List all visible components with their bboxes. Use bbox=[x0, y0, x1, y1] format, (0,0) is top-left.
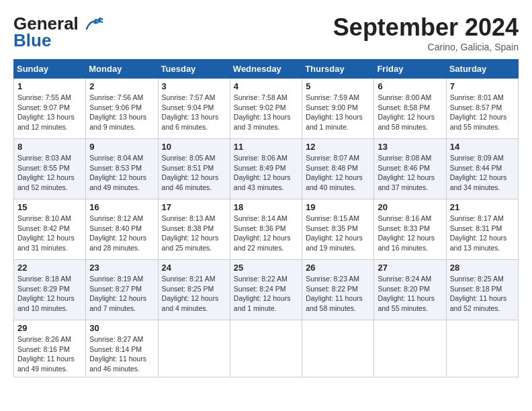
day-info: Sunrise: 8:06 AMSunset: 8:49 PMDaylight:… bbox=[234, 154, 291, 191]
calendar-cell: 24 Sunrise: 8:21 AMSunset: 8:25 PMDaylig… bbox=[158, 260, 230, 320]
day-number: 3 bbox=[162, 81, 226, 91]
day-number: 10 bbox=[162, 142, 226, 152]
calendar-header-row: SundayMondayTuesdayWednesdayThursdayFrid… bbox=[14, 60, 519, 79]
calendar-header-saturday: Saturday bbox=[446, 60, 518, 79]
calendar-cell: 25 Sunrise: 8:22 AMSunset: 8:24 PMDaylig… bbox=[230, 260, 302, 320]
calendar-cell bbox=[158, 320, 230, 377]
calendar-cell: 26 Sunrise: 8:23 AMSunset: 8:22 PMDaylig… bbox=[302, 260, 374, 320]
day-number: 29 bbox=[17, 323, 82, 333]
day-number: 23 bbox=[89, 263, 154, 273]
calendar-cell: 18 Sunrise: 8:14 AMSunset: 8:36 PMDaylig… bbox=[230, 199, 302, 260]
calendar-header-tuesday: Tuesday bbox=[158, 60, 230, 79]
calendar-cell: 1 Sunrise: 7:55 AMSunset: 9:07 PMDayligh… bbox=[14, 79, 86, 139]
calendar-cell: 8 Sunrise: 8:03 AMSunset: 8:55 PMDayligh… bbox=[14, 139, 86, 199]
day-info: Sunrise: 8:05 AMSunset: 8:51 PMDaylight:… bbox=[162, 154, 219, 191]
day-info: Sunrise: 8:10 AMSunset: 8:42 PMDaylight:… bbox=[17, 214, 75, 252]
calendar-cell bbox=[302, 320, 374, 377]
day-info: Sunrise: 8:25 AMSunset: 8:18 PMDaylight:… bbox=[450, 275, 507, 312]
day-number: 20 bbox=[378, 202, 442, 212]
day-number: 30 bbox=[89, 323, 154, 333]
day-number: 24 bbox=[162, 263, 226, 273]
calendar-cell bbox=[374, 320, 446, 377]
day-info: Sunrise: 8:16 AMSunset: 8:33 PMDaylight:… bbox=[378, 214, 435, 252]
day-number: 5 bbox=[306, 81, 370, 91]
calendar-cell: 6 Sunrise: 8:00 AMSunset: 8:58 PMDayligh… bbox=[374, 79, 446, 139]
logo-bird-icon bbox=[81, 17, 103, 32]
day-number: 25 bbox=[234, 263, 298, 273]
day-info: Sunrise: 8:24 AMSunset: 8:20 PMDaylight:… bbox=[378, 275, 435, 312]
day-info: Sunrise: 8:12 AMSunset: 8:40 PMDaylight:… bbox=[89, 214, 146, 252]
day-info: Sunrise: 7:56 AMSunset: 9:06 PMDaylight:… bbox=[89, 93, 146, 131]
calendar-cell bbox=[230, 320, 302, 377]
day-info: Sunrise: 8:21 AMSunset: 8:25 PMDaylight:… bbox=[162, 275, 219, 312]
calendar-cell: 13 Sunrise: 8:08 AMSunset: 8:46 PMDaylig… bbox=[374, 139, 446, 199]
day-number: 21 bbox=[450, 202, 515, 212]
calendar-header-monday: Monday bbox=[86, 60, 158, 79]
calendar-table: SundayMondayTuesdayWednesdayThursdayFrid… bbox=[13, 59, 519, 377]
day-number: 13 bbox=[378, 142, 442, 152]
day-number: 9 bbox=[89, 142, 154, 152]
day-info: Sunrise: 8:15 AMSunset: 8:35 PMDaylight:… bbox=[306, 214, 363, 252]
calendar-cell: 20 Sunrise: 8:16 AMSunset: 8:33 PMDaylig… bbox=[374, 199, 446, 260]
calendar-cell: 21 Sunrise: 8:17 AMSunset: 8:31 PMDaylig… bbox=[446, 199, 518, 260]
calendar-cell: 7 Sunrise: 8:01 AMSunset: 8:57 PMDayligh… bbox=[446, 79, 518, 139]
day-number: 1 bbox=[17, 81, 82, 91]
day-info: Sunrise: 8:14 AMSunset: 8:36 PMDaylight:… bbox=[234, 214, 291, 252]
day-number: 22 bbox=[17, 263, 82, 273]
day-number: 28 bbox=[450, 263, 515, 273]
calendar-cell: 9 Sunrise: 8:04 AMSunset: 8:53 PMDayligh… bbox=[86, 139, 158, 199]
day-info: Sunrise: 8:22 AMSunset: 8:24 PMDaylight:… bbox=[234, 275, 291, 312]
calendar-header-friday: Friday bbox=[374, 60, 446, 79]
calendar-cell: 30 Sunrise: 8:27 AMSunset: 8:14 PMDaylig… bbox=[86, 320, 158, 377]
day-info: Sunrise: 8:00 AMSunset: 8:58 PMDaylight:… bbox=[378, 93, 435, 131]
calendar-body: 1 Sunrise: 7:55 AMSunset: 9:07 PMDayligh… bbox=[14, 79, 519, 377]
calendar-cell: 23 Sunrise: 8:19 AMSunset: 8:27 PMDaylig… bbox=[86, 260, 158, 320]
calendar-cell: 2 Sunrise: 7:56 AMSunset: 9:06 PMDayligh… bbox=[86, 79, 158, 139]
day-number: 17 bbox=[162, 202, 226, 212]
calendar-header-wednesday: Wednesday bbox=[230, 60, 302, 79]
day-number: 18 bbox=[234, 202, 298, 212]
calendar-cell: 4 Sunrise: 7:58 AMSunset: 9:02 PMDayligh… bbox=[230, 79, 302, 139]
calendar-cell: 27 Sunrise: 8:24 AMSunset: 8:20 PMDaylig… bbox=[374, 260, 446, 320]
calendar-cell: 15 Sunrise: 8:10 AMSunset: 8:42 PMDaylig… bbox=[14, 199, 86, 260]
day-info: Sunrise: 7:55 AMSunset: 9:07 PMDaylight:… bbox=[17, 93, 75, 131]
day-number: 4 bbox=[234, 81, 298, 91]
calendar-cell: 16 Sunrise: 8:12 AMSunset: 8:40 PMDaylig… bbox=[86, 199, 158, 260]
calendar-cell: 29 Sunrise: 8:26 AMSunset: 8:16 PMDaylig… bbox=[14, 320, 86, 377]
calendar-week-row: 22 Sunrise: 8:18 AMSunset: 8:29 PMDaylig… bbox=[14, 260, 519, 320]
calendar-cell: 3 Sunrise: 7:57 AMSunset: 9:04 PMDayligh… bbox=[158, 79, 230, 139]
day-info: Sunrise: 7:59 AMSunset: 9:00 PMDaylight:… bbox=[306, 93, 363, 131]
day-info: Sunrise: 8:07 AMSunset: 8:48 PMDaylight:… bbox=[306, 154, 363, 191]
calendar-cell: 19 Sunrise: 8:15 AMSunset: 8:35 PMDaylig… bbox=[302, 199, 374, 260]
calendar-cell: 10 Sunrise: 8:05 AMSunset: 8:51 PMDaylig… bbox=[158, 139, 230, 199]
day-number: 12 bbox=[306, 142, 370, 152]
day-number: 7 bbox=[450, 81, 515, 91]
day-info: Sunrise: 8:27 AMSunset: 8:14 PMDaylight:… bbox=[89, 335, 146, 373]
logo-blue: Blue bbox=[13, 30, 51, 51]
calendar-cell bbox=[446, 320, 518, 377]
day-info: Sunrise: 8:04 AMSunset: 8:53 PMDaylight:… bbox=[89, 154, 146, 191]
calendar-cell: 14 Sunrise: 8:09 AMSunset: 8:44 PMDaylig… bbox=[446, 139, 518, 199]
day-info: Sunrise: 8:26 AMSunset: 8:16 PMDaylight:… bbox=[17, 335, 75, 373]
calendar-cell: 28 Sunrise: 8:25 AMSunset: 8:18 PMDaylig… bbox=[446, 260, 518, 320]
day-number: 6 bbox=[378, 81, 442, 91]
day-number: 15 bbox=[17, 202, 82, 212]
day-number: 14 bbox=[450, 142, 515, 152]
day-number: 2 bbox=[89, 81, 154, 91]
calendar-week-row: 29 Sunrise: 8:26 AMSunset: 8:16 PMDaylig… bbox=[14, 320, 519, 377]
calendar-cell: 11 Sunrise: 8:06 AMSunset: 8:49 PMDaylig… bbox=[230, 139, 302, 199]
day-info: Sunrise: 8:23 AMSunset: 8:22 PMDaylight:… bbox=[306, 275, 363, 312]
calendar-week-row: 8 Sunrise: 8:03 AMSunset: 8:55 PMDayligh… bbox=[14, 139, 519, 199]
day-info: Sunrise: 8:13 AMSunset: 8:38 PMDaylight:… bbox=[162, 214, 219, 252]
calendar-cell: 17 Sunrise: 8:13 AMSunset: 8:38 PMDaylig… bbox=[158, 199, 230, 260]
day-info: Sunrise: 8:08 AMSunset: 8:46 PMDaylight:… bbox=[378, 154, 435, 191]
page-header: General Blue September 2024 Carino, Gali… bbox=[13, 13, 519, 52]
day-number: 26 bbox=[306, 263, 370, 273]
day-number: 19 bbox=[306, 202, 370, 212]
calendar-header-thursday: Thursday bbox=[302, 60, 374, 79]
month-title: September 2024 bbox=[333, 13, 519, 42]
day-info: Sunrise: 8:19 AMSunset: 8:27 PMDaylight:… bbox=[89, 275, 146, 312]
day-info: Sunrise: 8:01 AMSunset: 8:57 PMDaylight:… bbox=[450, 93, 507, 131]
day-info: Sunrise: 7:58 AMSunset: 9:02 PMDaylight:… bbox=[234, 93, 291, 131]
calendar-header-sunday: Sunday bbox=[14, 60, 86, 79]
